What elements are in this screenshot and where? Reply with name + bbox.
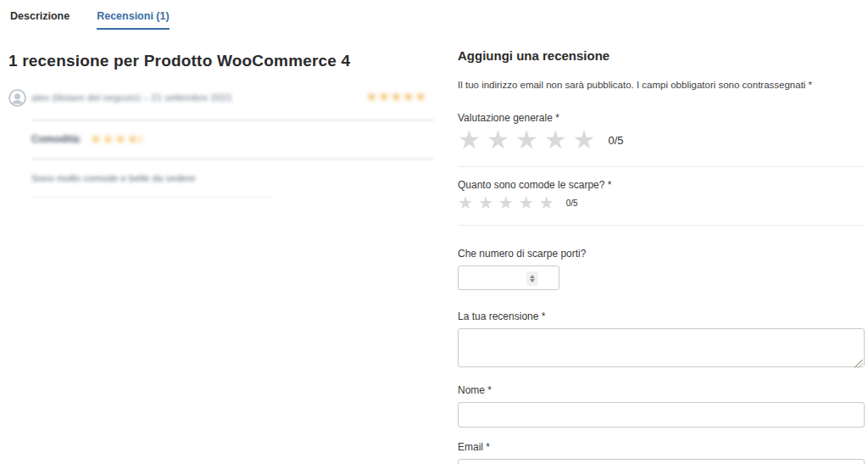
comfort-rating-value: 0/5 [566,198,578,208]
review-attribute-label: Comodità: [31,133,81,145]
shoe-size-input[interactable] [459,266,559,289]
star-icons[interactable]: ★★★★★ [458,194,559,211]
review-item: alex (titolare del negozio) – 21 settemb… [8,89,434,198]
review-textarea-label: La tua recensione * [458,310,865,322]
reviews-title: 1 recensione per Prodotto WooCommerce 4 [8,52,434,70]
add-review-form: Aggiungi una recensione Il tuo indirizzo… [458,45,865,464]
comfort-rating-control[interactable]: ★★★★★ 0/5 [458,194,865,211]
review-attribute-stars: ★★★★ [90,131,139,146]
reviews-section: 1 recensione per Prodotto WooCommerce 4 … [8,45,434,464]
shoe-size-field [458,266,559,290]
form-notice: Il tuo indirizzo email non sarà pubblica… [458,80,865,90]
comfort-rating-label: Quanto sono comode le scarpe? * [458,179,865,191]
product-tabs: Descrizione Recensioni (1) [8,10,863,30]
stepper-up-icon[interactable] [530,275,535,278]
form-title: Aggiungi una recensione [458,48,865,63]
divider [31,159,434,159]
review-author-meta: alex (titolare del negozio) – 21 settemb… [31,89,232,103]
email-input[interactable] [458,459,865,464]
star-icons[interactable]: ★★★★★ [458,127,601,153]
email-label: Email * [458,441,865,453]
review-textarea[interactable] [458,328,865,367]
name-input[interactable] [458,402,865,428]
divider [458,225,865,226]
review-rating-stars: ★★★★★ [366,89,427,104]
avatar [8,89,26,107]
tab-recensioni[interactable]: Recensioni (1) [97,10,169,30]
shoe-size-label: Che numero di scarpe porti? [458,248,865,260]
review-attribute-star-faint: ★ [134,131,145,146]
tab-descrizione[interactable]: Descrizione [10,10,70,30]
name-label: Nome * [458,384,865,396]
overall-rating-label: Valutazione generale * [458,112,865,124]
product-tabs-page: Descrizione Recensioni (1) 1 recensione … [0,0,868,464]
review-text: Sono molto comode e belle da vedere [31,173,434,183]
overall-rating-value: 0/5 [608,134,623,147]
divider [31,197,273,198]
stepper-down-icon[interactable] [530,279,535,282]
divider [31,120,434,120]
divider [458,166,865,167]
overall-rating-control[interactable]: ★★★★★ 0/5 [458,127,865,153]
person-icon [8,89,26,107]
number-stepper[interactable] [526,271,538,286]
